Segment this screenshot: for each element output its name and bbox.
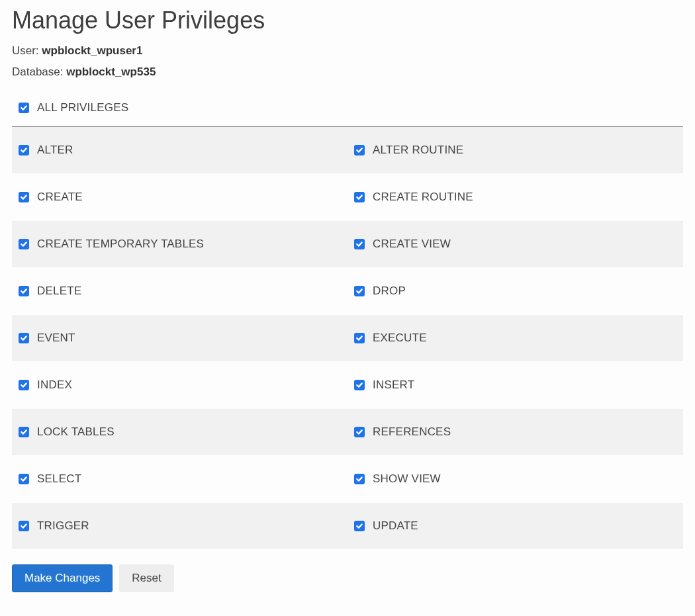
button-bar: Make Changes Reset — [12, 564, 683, 592]
privilege-lock-tables: LOCK TABLES — [19, 425, 341, 439]
privilege-label: CREATE TEMPORARY TABLES — [37, 238, 204, 251]
user-value: wpblockt_wpuser1 — [42, 44, 142, 57]
privilege-label: CREATE ROUTINE — [373, 191, 473, 204]
privilege-trigger: TRIGGER — [19, 519, 341, 533]
checkbox-trigger[interactable] — [19, 521, 29, 531]
checkbox-create-temporary-tables[interactable] — [19, 239, 29, 249]
checkbox-select[interactable] — [19, 474, 29, 484]
privilege-update: UPDATE — [354, 519, 676, 533]
privilege-label: EXECUTE — [373, 331, 427, 345]
privilege-label: EVENT — [37, 331, 75, 345]
database-line: Database: wpblockt_wp535 — [12, 66, 683, 79]
checkbox-event[interactable] — [19, 333, 29, 343]
privilege-insert: INSERT — [354, 378, 676, 392]
privilege-index: INDEX — [19, 378, 341, 392]
database-value: wpblockt_wp535 — [66, 66, 156, 78]
checkbox-alter-routine[interactable] — [354, 145, 365, 155]
make-changes-button[interactable]: Make Changes — [12, 564, 113, 592]
checkbox-insert[interactable] — [354, 380, 365, 390]
privilege-label: SELECT — [37, 472, 81, 486]
privilege-label: REFERENCES — [373, 425, 451, 439]
privilege-alter-routine: ALTER ROUTINE — [354, 144, 676, 157]
privileges-table: ALL PRIVILEGES ALTER ALTER ROUTINE CREAT… — [12, 91, 683, 550]
checkbox-lock-tables[interactable] — [19, 427, 29, 437]
privilege-references: REFERENCES — [354, 425, 676, 439]
privilege-show-view: SHOW VIEW — [354, 472, 676, 486]
checkbox-create[interactable] — [19, 192, 29, 202]
checkbox-references[interactable] — [354, 427, 365, 437]
privilege-event: EVENT — [19, 331, 341, 345]
privilege-execute: EXECUTE — [354, 331, 676, 345]
privilege-create-temporary-tables: CREATE TEMPORARY TABLES — [19, 238, 341, 251]
privilege-label: DROP — [373, 285, 406, 298]
privilege-drop: DROP — [354, 285, 676, 298]
reset-button[interactable]: Reset — [119, 564, 173, 592]
checkbox-create-view[interactable] — [354, 239, 365, 249]
privilege-label: LOCK TABLES — [37, 425, 115, 439]
privilege-create: CREATE — [19, 191, 341, 204]
privilege-label-all: ALL PRIVILEGES — [37, 101, 128, 114]
privilege-label: DELETE — [37, 285, 81, 298]
privilege-label: CREATE VIEW — [373, 238, 451, 251]
privilege-create-view: CREATE VIEW — [354, 238, 676, 251]
privilege-label: INDEX — [37, 378, 72, 392]
privilege-label: SHOW VIEW — [373, 472, 441, 486]
checkbox-create-routine[interactable] — [354, 192, 365, 202]
checkbox-drop[interactable] — [354, 286, 365, 296]
privilege-alter: ALTER — [19, 144, 341, 157]
privilege-label: ALTER ROUTINE — [373, 144, 463, 157]
checkbox-execute[interactable] — [354, 333, 365, 343]
privilege-label: UPDATE — [373, 519, 418, 533]
checkbox-all-privileges[interactable] — [19, 103, 29, 113]
privilege-select: SELECT — [19, 472, 341, 486]
privilege-create-routine: CREATE ROUTINE — [354, 191, 676, 204]
privilege-delete: DELETE — [19, 285, 341, 298]
page-title: Manage User Privileges — [12, 5, 683, 35]
checkbox-alter[interactable] — [19, 145, 29, 155]
user-line: User: wpblockt_wpuser1 — [12, 44, 683, 58]
checkbox-delete[interactable] — [19, 286, 29, 296]
privilege-label: CREATE — [37, 191, 83, 204]
privilege-label: TRIGGER — [37, 519, 89, 533]
privilege-label: INSERT — [373, 378, 414, 392]
user-label: User: — [12, 44, 42, 57]
privilege-all: ALL PRIVILEGES — [19, 101, 676, 114]
database-label: Database: — [12, 66, 66, 78]
checkbox-show-view[interactable] — [354, 474, 365, 484]
privilege-label: ALTER — [37, 144, 73, 157]
checkbox-index[interactable] — [19, 380, 29, 390]
checkbox-update[interactable] — [354, 521, 365, 531]
